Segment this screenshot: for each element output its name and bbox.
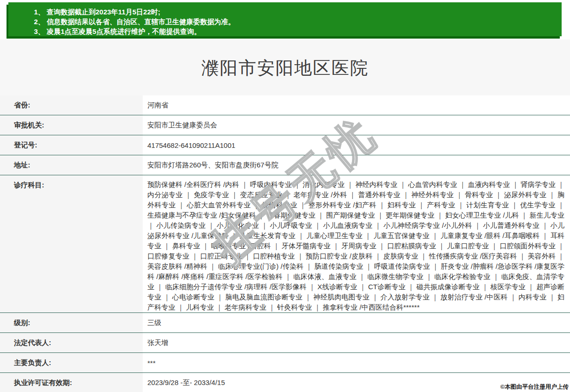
table-row: 级别: 三级	[0, 313, 570, 333]
row-value: 安阳市灯塔路260号、安阳市盘庚街67号院	[143, 155, 570, 175]
table-row: 法定代表人: 张天增	[0, 333, 570, 353]
table-row: 审批机关: 安阳市卫生健康委员会	[0, 115, 570, 135]
row-label: 执业许可证有效期:	[0, 373, 143, 392]
table-row: 地址: 安阳市灯塔路260号、安阳市盘庚街67号院	[0, 155, 570, 175]
row-label: 登记号:	[0, 135, 143, 155]
hospital-info-table: 省份: 河南省 审批机关: 安阳市卫生健康委员会 登记号: 41754682-6…	[0, 95, 570, 392]
upload-credit: ©本图由平台注册用户上传	[500, 383, 569, 391]
row-label: 省份:	[0, 95, 143, 115]
row-label: 主要负责人:	[0, 353, 143, 372]
page-title: 濮阳市安阳地区医院	[0, 40, 570, 80]
row-value: 三级	[143, 313, 570, 332]
row-value: ***	[143, 353, 570, 372]
row-label: 级别:	[0, 313, 143, 332]
table-row: 主要负责人: ***	[0, 353, 570, 373]
notice-line: 2、 信息数据结果以各省、自治区、直辖市卫生健康委数据为准。	[34, 17, 557, 27]
page: 1、 查询数据截止到2023年11月5日22时; 2、 信息数据结果以各省、自治…	[0, 0, 570, 392]
table-row: 执业许可证有效期: 2023/9/28 -至- 2033/4/15	[0, 373, 570, 392]
table-row: 登记号: 41754682-641090211A1001	[0, 135, 570, 155]
row-label: 审批机关:	[0, 115, 143, 135]
row-value: 41754682-641090211A1001	[143, 135, 570, 155]
row-value: 安阳市卫生健康委员会	[143, 115, 570, 135]
row-label: 法定代表人:	[0, 333, 143, 352]
row-label: 诊疗科目:	[0, 175, 143, 312]
row-value: 张天增	[143, 333, 570, 352]
row-value: 预防保健科 /全科医疗科 /内科 ｜ 呼吸内科专业 ｜ 消化内科专业 ｜ 神经内…	[143, 175, 570, 312]
table-row: 省份: 河南省	[0, 95, 570, 115]
table-row: 诊疗科目: 预防保健科 /全科医疗科 /内科 ｜ 呼吸内科专业 ｜ 消化内科专业…	[0, 175, 570, 313]
row-value: 河南省	[143, 95, 570, 115]
notice-line: 3、 凌晨1点至凌晨5点系统进行维护，不能提供查询。	[34, 27, 557, 36]
notice-line: 1、 查询数据截止到2023年11月5日22时;	[34, 7, 557, 17]
row-label: 地址:	[0, 155, 143, 175]
title-section: 濮阳市安阳地区医院	[0, 40, 570, 95]
notice-banner: 1、 查询数据截止到2023年11月5日22时; 2、 信息数据结果以各省、自治…	[8, 2, 562, 36]
